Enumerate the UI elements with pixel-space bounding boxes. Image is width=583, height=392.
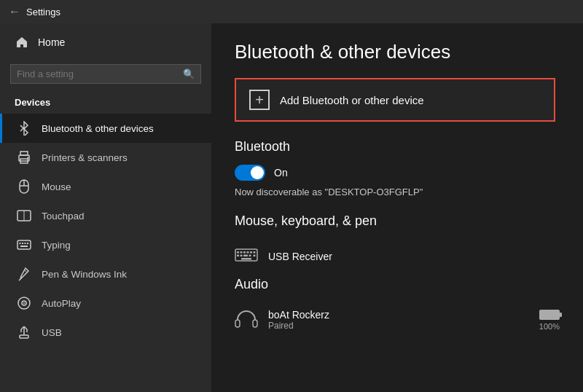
svg-rect-29 xyxy=(247,251,249,254)
sidebar-home-label: Home xyxy=(38,36,65,48)
svg-rect-32 xyxy=(237,255,239,257)
audio-device-item: boAt Rockerz Paired 100% xyxy=(235,302,560,337)
svg-point-18 xyxy=(23,302,25,304)
usb-receiver-item: USB Receiver xyxy=(235,239,560,274)
titlebar: ← Settings xyxy=(0,0,583,23)
sidebar-item-printers-label: Printers & scanners xyxy=(42,152,128,163)
svg-rect-11 xyxy=(22,243,23,244)
titlebar-title: Settings xyxy=(26,7,60,17)
sidebar-item-printers[interactable]: Printers & scanners xyxy=(0,143,211,172)
sidebar-item-bluetooth-label: Bluetooth & other devices xyxy=(42,123,154,134)
bluetooth-icon xyxy=(17,121,31,136)
battery-percentage: 100% xyxy=(539,322,560,331)
home-icon xyxy=(15,35,29,50)
bluetooth-toggle-row: On xyxy=(235,165,560,181)
svg-rect-13 xyxy=(27,243,28,244)
content-area: Bluetooth & other devices + Add Bluetoot… xyxy=(211,23,583,392)
sidebar-item-mouse[interactable]: Mouse xyxy=(0,172,211,201)
typing-icon xyxy=(17,238,31,252)
bluetooth-toggle[interactable] xyxy=(235,165,265,181)
sidebar-item-usb-label: USB xyxy=(42,327,62,338)
battery-indicator: 100% xyxy=(539,310,560,331)
svg-rect-31 xyxy=(254,251,256,254)
bluetooth-section-title: Bluetooth xyxy=(235,139,560,154)
search-input[interactable] xyxy=(17,68,179,79)
discoverable-text: Now discoverable as "DESKTOP-O3FGFLP" xyxy=(235,187,560,197)
svg-rect-1 xyxy=(20,152,28,155)
add-icon: + xyxy=(249,90,270,110)
autoplay-icon xyxy=(17,296,31,310)
sidebar-item-touchpad-label: Touchpad xyxy=(42,211,85,222)
svg-rect-38 xyxy=(235,320,240,327)
page-title: Bluetooth & other devices xyxy=(235,41,560,63)
keyboard-device-icon xyxy=(235,245,258,268)
svg-rect-36 xyxy=(254,255,256,257)
sidebar-item-touchpad[interactable]: Touchpad xyxy=(0,201,211,230)
bluetooth-status: On xyxy=(274,167,288,179)
main-layout: Home 🔍 Devices Bluetooth & other devices xyxy=(0,23,583,392)
sidebar-item-autoplay[interactable]: AutoPlay xyxy=(0,289,211,318)
sidebar: Home 🔍 Devices Bluetooth & other devices xyxy=(0,23,211,392)
svg-point-3 xyxy=(27,157,28,159)
search-icon: 🔍 xyxy=(183,68,195,79)
sidebar-section-title: Devices xyxy=(0,93,211,114)
sidebar-item-mouse-label: Mouse xyxy=(42,181,71,192)
keyboard-section-title: Mouse, keyboard, & pen xyxy=(235,213,560,229)
audio-section-title: Audio xyxy=(235,277,560,292)
svg-rect-30 xyxy=(250,251,252,254)
touchpad-icon xyxy=(17,208,31,223)
sidebar-item-autoplay-label: AutoPlay xyxy=(42,298,81,309)
audio-device-info: boAt Rockerz Paired xyxy=(268,309,529,331)
search-box[interactable]: 🔍 xyxy=(10,64,201,84)
mouse-icon xyxy=(17,179,31,194)
sidebar-item-pen-label: Pen & Windows Ink xyxy=(42,269,127,280)
svg-rect-12 xyxy=(25,243,26,244)
usb-receiver-name: USB Receiver xyxy=(268,251,560,262)
svg-rect-10 xyxy=(20,243,21,244)
sidebar-item-typing-label: Typing xyxy=(42,240,71,251)
sidebar-item-bluetooth[interactable]: Bluetooth & other devices xyxy=(0,114,211,143)
svg-rect-39 xyxy=(253,320,257,327)
toggle-knob xyxy=(251,166,264,179)
svg-rect-37 xyxy=(241,258,251,260)
sidebar-item-typing[interactable]: Typing xyxy=(0,230,211,259)
svg-rect-33 xyxy=(240,255,243,257)
svg-rect-35 xyxy=(249,255,251,257)
usb-icon xyxy=(17,325,31,340)
back-button[interactable]: ← xyxy=(9,5,20,18)
svg-rect-9 xyxy=(17,240,31,249)
headphones-icon xyxy=(235,308,258,332)
sidebar-item-usb[interactable]: USB xyxy=(0,318,211,347)
audio-device-sub: Paired xyxy=(268,321,529,331)
svg-rect-34 xyxy=(243,255,248,257)
svg-rect-20 xyxy=(20,335,28,338)
svg-rect-27 xyxy=(240,251,243,254)
usb-receiver-info: USB Receiver xyxy=(268,251,560,262)
add-device-button[interactable]: + Add Bluetooth or other device xyxy=(235,78,555,122)
sidebar-item-pen[interactable]: Pen & Windows Ink xyxy=(0,259,211,289)
audio-device-name: boAt Rockerz xyxy=(268,309,529,321)
battery-fill xyxy=(541,311,558,318)
pen-icon xyxy=(17,267,31,281)
svg-rect-14 xyxy=(20,246,28,247)
svg-rect-28 xyxy=(243,251,246,254)
svg-rect-26 xyxy=(237,251,239,254)
printer-icon xyxy=(17,150,31,165)
add-device-label: Add Bluetooth or other device xyxy=(280,94,424,106)
battery-bar xyxy=(539,310,560,320)
sidebar-item-home[interactable]: Home xyxy=(0,23,211,61)
